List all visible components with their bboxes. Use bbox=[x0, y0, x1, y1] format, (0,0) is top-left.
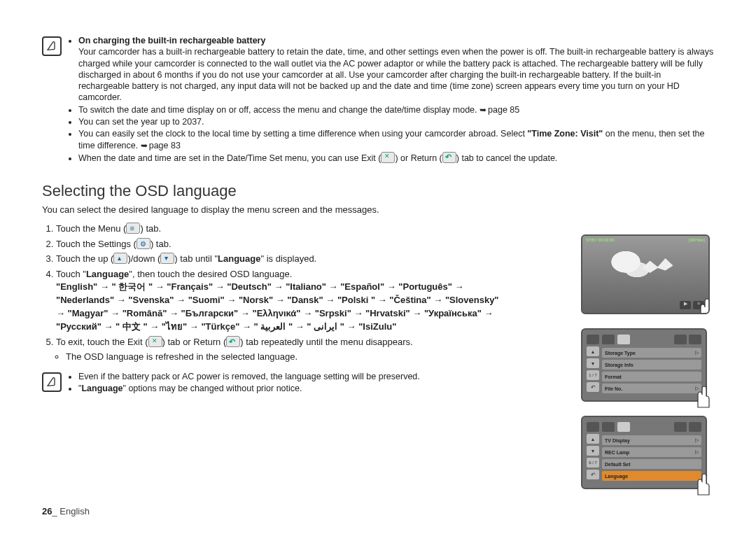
screenshots: STBY 00:00:00 [307Min] ▶ ≡ bbox=[581, 234, 718, 489]
page-ref-icon bbox=[141, 141, 149, 150]
return-icon: ↶ bbox=[587, 382, 599, 392]
down-icon: ▾ bbox=[587, 358, 599, 368]
settings-tab-icon bbox=[617, 335, 630, 344]
steps-list: Touch the Menu () tab. Touch the Setting… bbox=[42, 222, 504, 363]
settings-tab-icon bbox=[617, 422, 630, 432]
storage-icon bbox=[674, 335, 687, 344]
down-icon: ▾ bbox=[587, 446, 599, 456]
note-icon bbox=[42, 372, 62, 392]
settings-icon bbox=[136, 238, 150, 249]
exit-icon bbox=[381, 152, 395, 163]
note-paragraph: Your camcorder has a built-in rechargeab… bbox=[78, 47, 713, 102]
battery-icon bbox=[689, 422, 701, 432]
return-icon bbox=[442, 152, 456, 163]
tab-icon bbox=[602, 335, 615, 344]
play-icon: ▶ bbox=[680, 301, 691, 309]
battery-icon bbox=[689, 335, 701, 344]
tab-icon bbox=[587, 335, 599, 344]
section-intro: You can select the desired language to d… bbox=[42, 204, 714, 215]
note-content: Even if the battery pack or AC power is … bbox=[69, 371, 504, 395]
screenshot-menu-1: ▴ ▾ 1 / 7 ↶ Storage Type▷ Storage Info F… bbox=[581, 328, 707, 402]
hand-pointer-icon bbox=[691, 293, 710, 314]
note-heading: On charging the built-in rechargeable ba… bbox=[78, 36, 265, 45]
return-icon: ↶ bbox=[587, 470, 599, 479]
page-indicator: 6 / 7 bbox=[587, 458, 599, 468]
section-title: Selecting the OSD language bbox=[42, 182, 714, 200]
screenshot-camera: STBY 00:00:00 [307Min] ▶ ≡ bbox=[581, 234, 710, 314]
hand-pointer-icon bbox=[688, 468, 716, 496]
menu-icon bbox=[126, 223, 140, 234]
note-content: On charging the built-in rechargeable ba… bbox=[69, 35, 714, 164]
note-box-bottom: Even if the battery pack or AC power is … bbox=[42, 371, 504, 395]
page-indicator: 1 / 7 bbox=[587, 370, 599, 380]
up-icon: ▴ bbox=[587, 346, 599, 356]
note-box-top: On charging the built-in rechargeable ba… bbox=[42, 35, 714, 164]
page-footer: 26_ English bbox=[42, 506, 90, 517]
page-ref-icon bbox=[479, 105, 488, 115]
tab-icon bbox=[587, 422, 599, 432]
up-icon bbox=[113, 253, 127, 264]
storage-icon bbox=[674, 422, 687, 432]
note-icon bbox=[42, 36, 62, 56]
exit-icon bbox=[148, 336, 162, 347]
hand-pointer-icon bbox=[688, 381, 716, 409]
tab-icon bbox=[602, 422, 615, 432]
down-icon bbox=[160, 253, 174, 264]
return-icon bbox=[226, 336, 240, 347]
up-icon: ▴ bbox=[587, 434, 599, 444]
language-list: "English" → " 한국어 " → "Français" → "Deut… bbox=[56, 281, 504, 333]
screenshot-menu-2: ▴ ▾ 6 / 7 ↶ TV Display▷ REC Lamp▷ Defaul… bbox=[581, 416, 707, 489]
